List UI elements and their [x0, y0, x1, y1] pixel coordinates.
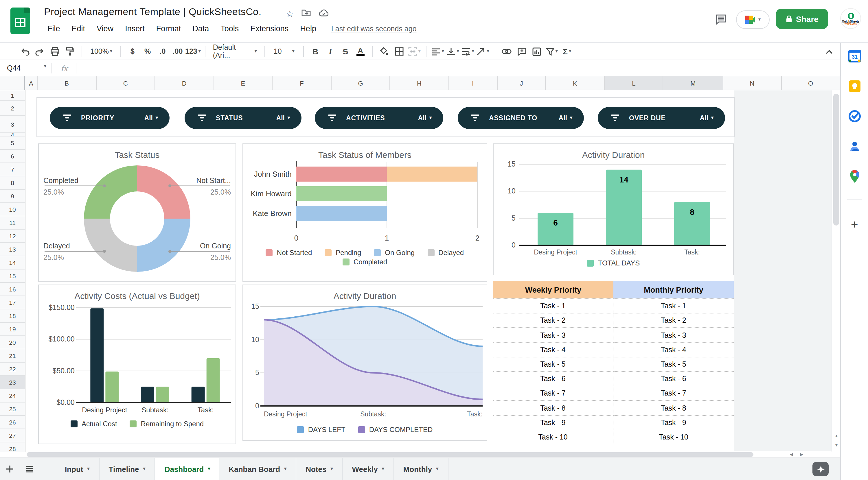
decrease-decimal-button[interactable]: .0 [155, 44, 170, 59]
calendar-icon[interactable]: 31 [847, 49, 861, 63]
document-title[interactable]: Project Management Template | QuickSheet… [44, 6, 261, 18]
font-size-select[interactable]: 10▾ [269, 44, 299, 59]
priority-cell[interactable]: Task - 9 [613, 415, 734, 429]
format-currency-button[interactable]: $ [125, 44, 140, 59]
scroll-left-icon[interactable]: ◀ [787, 452, 796, 457]
contacts-icon[interactable] [847, 139, 861, 153]
row-header-16[interactable]: 16 [0, 283, 25, 296]
insert-comment-button[interactable] [515, 44, 529, 59]
row-header-17[interactable]: 17 [0, 296, 25, 310]
row-header-10[interactable]: 10 [0, 203, 25, 216]
filter-priority[interactable]: PRIORITYAll▾ [50, 107, 169, 129]
print-button[interactable] [48, 44, 62, 59]
menu-edit[interactable]: Edit [67, 23, 90, 34]
menu-extensions[interactable]: Extensions [246, 23, 293, 34]
column-header-A[interactable]: A [25, 76, 38, 90]
priority-cell[interactable]: Task - 4 [493, 342, 613, 356]
row-header-9[interactable]: 9 [0, 190, 25, 203]
horizontal-scrollbar[interactable]: ◀ ▶ [26, 451, 832, 457]
text-rotation-button[interactable]: ▾ [476, 44, 491, 59]
row-header-1[interactable]: 1 [0, 90, 25, 101]
bold-button[interactable]: B [308, 44, 323, 59]
row-header-6[interactable]: 6 [0, 150, 25, 163]
row-header-27[interactable]: 27 [0, 429, 25, 442]
column-header-J[interactable]: J [497, 76, 546, 90]
name-box[interactable]: Q44▾ [0, 64, 51, 72]
account-avatar[interactable]: QuickSheets TEMPLATES [840, 8, 861, 29]
activity-duration-area-chart[interactable]: Activity Duration 051015Desing ProjectSu… [243, 285, 487, 441]
row-header-28[interactable]: 28 [0, 442, 25, 452]
priority-cell[interactable]: Task - 2 [493, 313, 613, 327]
scroll-up-icon[interactable]: ▲ [832, 434, 841, 438]
column-header-O[interactable]: O [781, 76, 840, 90]
grid-corner[interactable] [0, 76, 25, 90]
priority-cell[interactable]: Task - 4 [613, 342, 734, 356]
tab-input[interactable]: Input▾ [56, 458, 99, 480]
cloud-status-icon[interactable] [319, 9, 330, 19]
spreadsheet-grid[interactable]: PRIORITYAll▾STATUSAll▾ACTIVITIESAll▾ASSI… [26, 90, 840, 452]
font-family-select[interactable]: Default (Ari...▾ [210, 44, 260, 59]
tab-weekly[interactable]: Weekly▾ [343, 458, 394, 480]
row-header-8[interactable]: 8 [0, 177, 25, 190]
column-header-E[interactable]: E [214, 76, 273, 90]
tasks-icon[interactable] [847, 109, 861, 123]
priority-cell[interactable]: Task - 1 [493, 298, 613, 313]
tab-notes[interactable]: Notes▾ [296, 458, 343, 480]
move-folder-icon[interactable] [302, 9, 311, 19]
row-header-14[interactable]: 14 [0, 256, 25, 269]
add-addon-icon[interactable]: ＋ [848, 216, 860, 232]
hide-menus-icon[interactable] [822, 44, 837, 60]
scroll-down-icon[interactable]: ▼ [832, 443, 841, 447]
menu-file[interactable]: File [43, 23, 65, 34]
filter-value-dropdown[interactable]: All▾ [144, 115, 158, 122]
menu-data[interactable]: Data [188, 23, 214, 34]
row-header-23[interactable]: 23 [0, 376, 25, 389]
row-header-21[interactable]: 21 [0, 349, 25, 362]
add-sheet-button[interactable] [0, 458, 20, 480]
filter-activities[interactable]: ACTIVITIESAll▾ [315, 107, 443, 129]
merge-cells-button[interactable]: ▾ [407, 44, 422, 59]
priority-cell[interactable]: Task - 6 [493, 371, 613, 386]
row-header-25[interactable]: 25 [0, 403, 25, 416]
tab-timeline[interactable]: Timeline▾ [99, 458, 155, 480]
borders-button[interactable] [392, 44, 407, 59]
vertical-scrollbar-thumb[interactable] [833, 94, 839, 226]
activity-costs-chart[interactable]: Activity Costs (Actual vs Budget) $0.00$… [38, 285, 236, 444]
number-format-button[interactable]: 123▾ [185, 44, 201, 59]
zoom-select[interactable]: 100%▾ [86, 44, 116, 59]
priority-cell[interactable]: Task - 10 [613, 430, 734, 444]
column-header-F[interactable]: F [273, 76, 331, 90]
row-header-11[interactable]: 11 [0, 216, 25, 230]
column-header-B[interactable]: B [38, 76, 96, 90]
vertical-scrollbar[interactable]: ▲ ▼ [832, 90, 840, 452]
priority-cell[interactable]: Task - 9 [493, 415, 613, 429]
text-wrap-button[interactable]: ▾ [461, 44, 476, 59]
redo-button[interactable] [32, 44, 48, 59]
filter-value-dropdown[interactable]: All▾ [276, 115, 290, 122]
priority-cell[interactable]: Task - 5 [613, 357, 734, 371]
horizontal-scrollbar-thumb[interactable] [27, 452, 753, 457]
row-header-15[interactable]: 15 [0, 269, 25, 283]
create-filter-button[interactable]: ▾ [545, 44, 560, 59]
column-header-C[interactable]: C [96, 76, 155, 90]
filter-over-due[interactable]: OVER DUEAll▾ [598, 107, 725, 129]
priority-cell[interactable]: Task - 5 [493, 357, 613, 371]
row-header-19[interactable]: 19 [0, 323, 25, 336]
fill-color-button[interactable] [377, 44, 392, 59]
menu-insert[interactable]: Insert [120, 23, 149, 34]
row-header-20[interactable]: 20 [0, 336, 25, 349]
undo-button[interactable] [18, 44, 32, 59]
menu-view[interactable]: View [92, 23, 118, 34]
filter-value-dropdown[interactable]: All▾ [700, 115, 713, 122]
all-sheets-button[interactable] [20, 458, 39, 480]
menu-tools[interactable]: Tools [216, 23, 243, 34]
task-status-of-members-chart[interactable]: Task Status of Members 012John SmithKim … [243, 143, 487, 282]
sheets-logo-icon[interactable] [10, 7, 30, 34]
column-header-N[interactable]: N [723, 76, 781, 90]
priority-cell[interactable]: Task - 3 [493, 328, 613, 342]
filter-status[interactable]: STATUSAll▾ [185, 107, 302, 129]
priority-cell[interactable]: Task - 1 [613, 298, 734, 313]
paint-format-button[interactable] [62, 44, 78, 59]
menu-format[interactable]: Format [152, 23, 186, 34]
tab-dashboard[interactable]: Dashboard▾ [155, 458, 220, 480]
